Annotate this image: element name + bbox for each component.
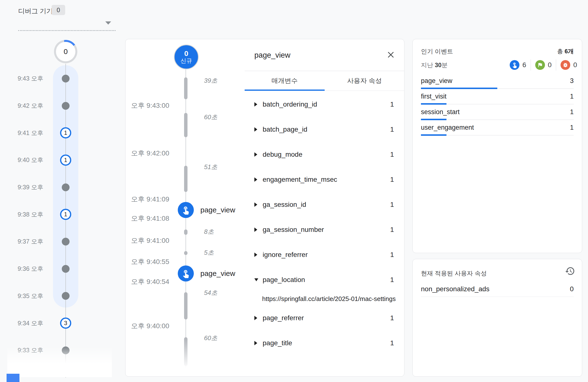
minute-time-label: 9:41 오후	[12, 129, 43, 137]
timeline-minute-row[interactable]: 9:40 오후 1	[0, 146, 112, 174]
parameter-row[interactable]: page_title 1	[245, 330, 404, 356]
minute-count-badge[interactable]: 3	[60, 317, 71, 329]
timeline-minute-row[interactable]: 9:43 오후	[0, 65, 112, 92]
stream-event-name[interactable]: page_view	[200, 269, 235, 278]
minute-timeline: 9:43 오후 9:42 오후 9:41 오후 1 9:40 오후	[0, 65, 112, 364]
minute-time-label: 9:40 오후	[12, 156, 43, 164]
minute-time-label: 9:39 오후	[12, 183, 43, 191]
event-count: 1	[570, 108, 574, 116]
stream-time-label: 오후 9:40:54	[128, 277, 169, 286]
event-bar-track	[421, 119, 574, 120]
expand-arrow-icon[interactable]	[254, 202, 257, 207]
bottom-left-blue-artifact	[7, 374, 20, 382]
parameter-row[interactable]: batch_page_id 1	[245, 117, 404, 142]
event-name: session_start	[421, 108, 460, 116]
stream-time-label: 오후 9:40:00	[128, 321, 169, 331]
timeline-bottom-fade	[7, 347, 112, 377]
minute-count-badge[interactable]: 1	[60, 127, 71, 138]
parameter-count: 1	[390, 276, 394, 284]
stat-divider	[556, 59, 556, 70]
top-event-row[interactable]: user_engagement 1	[421, 122, 574, 138]
minute-count-badge[interactable]: 1	[60, 155, 71, 166]
timeline-minute-row[interactable]: 9:36 오후	[0, 255, 112, 283]
minute-count-badge[interactable]: 1	[60, 209, 71, 220]
stream-time-label: 오후 9:41:00	[128, 236, 169, 245]
event-bar	[421, 119, 446, 120]
duration-segment	[184, 251, 188, 255]
duration-label: 8초	[204, 227, 214, 236]
minute-dot[interactable]	[62, 292, 70, 300]
parameter-row[interactable]: debug_mode 1	[245, 142, 404, 167]
top-event-row[interactable]: first_visit 1	[421, 91, 574, 107]
parameter-row[interactable]: ga_session_id 1	[245, 192, 404, 217]
minutes-summary-count: 0	[56, 42, 75, 61]
expand-arrow-icon[interactable]	[254, 316, 257, 320]
new-events-badge[interactable]: 0 신규	[174, 45, 199, 69]
event-bar	[421, 88, 497, 89]
parameter-row[interactable]: ga_session_number 1	[245, 217, 404, 242]
parameter-name: batch_ordering_id	[263, 100, 317, 108]
parameter-count: 1	[390, 176, 394, 183]
parameter-row[interactable]: engagement_time_msec 1	[245, 167, 404, 192]
parameter-name: page_referrer	[263, 314, 304, 322]
touch-event-icon[interactable]	[178, 266, 194, 282]
top-event-row[interactable]: page_view 3	[421, 76, 574, 91]
minute-dot[interactable]	[62, 265, 70, 273]
minute-dot[interactable]	[62, 238, 70, 246]
top-events-list: page_view 3 first_visit 1 se	[421, 76, 574, 138]
timeline-minute-row[interactable]: 9:34 오후 3	[0, 310, 112, 337]
expand-arrow-icon[interactable]	[254, 227, 257, 232]
parameter-name: ga_session_number	[263, 226, 324, 234]
expand-arrow-icon[interactable]	[254, 152, 257, 157]
minute-dot[interactable]	[62, 183, 70, 191]
timeline-minute-row[interactable]: 9:39 오후	[0, 174, 112, 201]
debug-device-label: 디버그 기기	[18, 7, 53, 16]
minutes-summary-ring[interactable]: 0	[54, 40, 77, 63]
timeline-minute-row[interactable]: 9:35 오후	[0, 283, 112, 310]
expand-arrow-icon[interactable]	[254, 341, 257, 345]
touch-event-icon[interactable]	[178, 202, 194, 218]
tab-parameters[interactable]: 매개변수	[245, 71, 325, 90]
parameter-row[interactable]: ignore_referrer 1	[245, 242, 404, 267]
minute-time-label: 9:38 오후	[12, 210, 43, 219]
detail-tabs: 매개변수 사용자 속성	[245, 71, 404, 91]
minute-dot[interactable]	[62, 102, 70, 110]
event-name: page_view	[421, 77, 452, 85]
parameter-count: 1	[390, 339, 394, 347]
stream-event-name[interactable]: page_view	[200, 206, 235, 214]
minute-time-label: 9:35 오후	[12, 292, 43, 300]
expand-arrow-icon[interactable]	[254, 102, 257, 107]
new-events-count: 0	[184, 50, 189, 57]
stream-bottom-fade	[126, 340, 242, 376]
tab-user-properties[interactable]: 사용자 속성	[325, 71, 405, 90]
parameter-row[interactable]: batch_ordering_id 1	[245, 92, 404, 117]
parameter-list: batch_ordering_id 1 batch_page_id 1	[245, 92, 404, 356]
user-property-row[interactable]: non_personalized_ads 0	[421, 283, 574, 297]
expand-arrow-icon[interactable]	[254, 127, 257, 132]
history-icon[interactable]	[565, 266, 575, 276]
parameter-name: engagement_time_msec	[263, 176, 337, 183]
debug-device-count-badge: 0	[52, 5, 65, 15]
expand-arrow-icon[interactable]	[254, 278, 258, 281]
parameter-count: 1	[390, 151, 394, 158]
parameter-name: ga_session_id	[263, 201, 306, 208]
expand-arrow-icon[interactable]	[254, 252, 257, 257]
close-icon[interactable]	[386, 50, 395, 59]
parameter-row[interactable]: page_referrer 1	[245, 305, 404, 330]
top-event-row[interactable]: session_start 1	[421, 107, 574, 122]
device-selector-dropdown[interactable]	[18, 19, 116, 31]
event-bar	[421, 103, 446, 105]
user-properties-title: 현재 적용된 사용자 속성	[421, 269, 487, 277]
stream-time-label: 오후 9:43:00	[128, 101, 169, 110]
stream-time-label: 오후 9:42:00	[128, 149, 169, 158]
duration-label: 60초	[204, 113, 217, 121]
duration-label: 51초	[204, 163, 217, 171]
timeline-minute-row[interactable]: 9:42 오후	[0, 92, 112, 119]
timeline-minute-row[interactable]: 9:38 오후 1	[0, 201, 112, 228]
timeline-minute-row[interactable]: 9:37 오후	[0, 228, 112, 255]
expand-arrow-icon[interactable]	[254, 177, 257, 182]
minute-time-label: 9:43 오후	[12, 74, 43, 83]
timeline-minute-row[interactable]: 9:41 오후 1	[0, 119, 112, 146]
parameter-row[interactable]: page_location 1 https://springfall.cc/ar…	[245, 267, 404, 305]
minute-dot[interactable]	[62, 75, 70, 83]
